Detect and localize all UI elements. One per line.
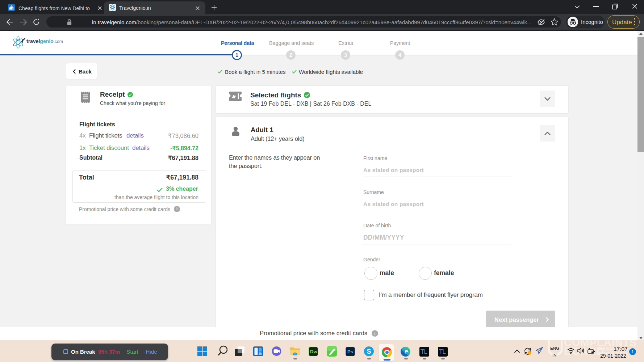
svg-text:S: S: [367, 348, 371, 355]
